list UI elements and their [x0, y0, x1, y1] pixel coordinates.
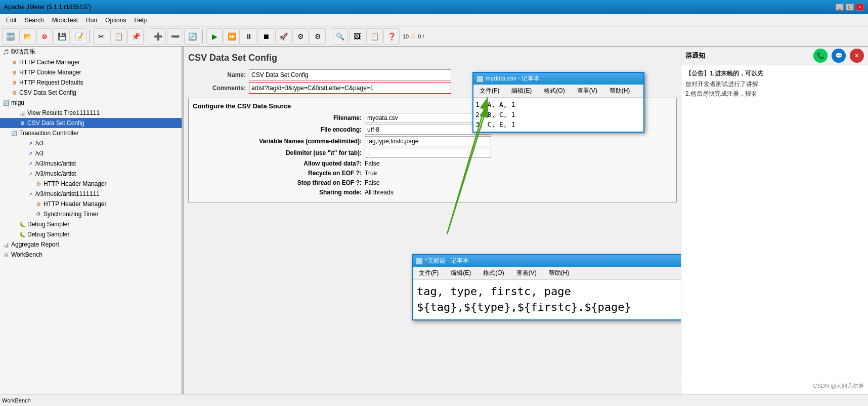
- arrow-icon: ↗: [26, 159, 34, 168]
- toolbar-rotate[interactable]: 🔄: [184, 28, 200, 45]
- encoding-label: File encoding:: [193, 126, 365, 133]
- tree-item-debug1[interactable]: 🐛 Debug Sampler: [0, 219, 182, 229]
- tree-item-header2[interactable]: ⚙ HTTP Header Manager: [0, 199, 182, 209]
- np2-file[interactable]: 文件(F): [415, 268, 443, 278]
- toolbar-remote-stop[interactable]: ⚙: [292, 28, 309, 45]
- tree-item-defaults[interactable]: ⚙ HTTP Request Defaults: [0, 77, 182, 88]
- tree-label: /v3/music/artist: [35, 160, 76, 167]
- tree-item-tc[interactable]: 🔄 Transaction Controller: [0, 128, 182, 138]
- tree-item-v3b[interactable]: ↗ /v3: [0, 148, 182, 158]
- tree-root[interactable]: 🎵 咪咕音乐: [0, 47, 182, 57]
- menu-search[interactable]: Search: [21, 16, 48, 25]
- tree-item-timer[interactable]: ⏱ Synchronizing Timer: [0, 209, 182, 219]
- toolbar-search[interactable]: 🔍: [332, 28, 348, 45]
- tree-label: migu: [11, 99, 24, 106]
- notepad2-line2: ${tag},${type},${firstc}.${page}: [417, 300, 681, 315]
- menu-run[interactable]: Run: [82, 16, 101, 25]
- chat-text2: 2.然后尽快完成注册，报名: [685, 90, 864, 98]
- name-input[interactable]: [249, 69, 451, 80]
- tree-label: HTTP Cache Manager: [19, 59, 80, 66]
- tree-item-cookie[interactable]: ⚙ HTTP Cookie Manager: [0, 67, 182, 77]
- np1-format[interactable]: 格式(O): [540, 86, 569, 96]
- tree-item-migu[interactable]: 🔃 migu: [0, 98, 182, 108]
- tree-label: CSV Data Set Config: [27, 119, 84, 127]
- np2-view[interactable]: 查看(V): [512, 268, 541, 278]
- menu-options[interactable]: Options: [101, 16, 130, 25]
- content-area: CSV Data Set Config Name: Comments: Conf…: [184, 47, 681, 394]
- minimize-button[interactable]: _: [836, 4, 844, 11]
- tree-item-debug2[interactable]: 🐛 Debug Sampler: [0, 229, 182, 239]
- toolbar-paste[interactable]: 📌: [127, 28, 144, 45]
- np2-help[interactable]: 帮助(H): [545, 268, 574, 278]
- agg-icon: 📊: [2, 240, 10, 249]
- toolbar-sep2: [146, 29, 148, 44]
- chat-icon-close[interactable]: ×: [850, 49, 864, 63]
- view-icon: 📊: [18, 109, 26, 117]
- chat-body: 【公告】1.进来晚的，可以先 放对开发者测试进行了讲解. 2.然后尽快完成注册，…: [681, 65, 868, 378]
- toolbar-pause[interactable]: ⏸: [241, 28, 257, 45]
- toolbar-help[interactable]: ❓: [383, 28, 400, 45]
- tree-item-v3a[interactable]: ↗ /v3: [0, 138, 182, 148]
- toolbar-remote-start[interactable]: 🚀: [275, 28, 291, 45]
- tree-item-artist2[interactable]: ↗ /v3/music/artist: [0, 169, 182, 179]
- toolbar-run[interactable]: ▶: [206, 28, 223, 45]
- filename-label: Filename:: [193, 114, 365, 121]
- toolbar-image[interactable]: 🖼: [349, 28, 365, 45]
- tree-item-csv-selected[interactable]: ⚙ CSV Data Set Config: [0, 118, 182, 128]
- notepad-mydata: mydata.csv - 记事本 文件(F) 编辑(E) 格式(O) 查看(V)…: [472, 72, 644, 133]
- window-controls: _ □ ×: [836, 4, 864, 11]
- tree-item-header1[interactable]: ⚙ HTTP Header Manager: [0, 179, 182, 189]
- toolbar-stop2[interactable]: ⏹: [258, 28, 274, 45]
- np1-edit[interactable]: 编辑(E): [507, 86, 536, 96]
- stopthread-row: Stop thread on EOF ?: False: [193, 179, 672, 187]
- timer-icon: ⏱: [34, 210, 42, 218]
- chat-icon-msg[interactable]: 💬: [832, 49, 846, 63]
- toolbar-open[interactable]: 📂: [19, 28, 35, 45]
- notepad-untitled-menu: 文件(F) 编辑(E) 格式(O) 查看(V) 帮助(H): [413, 267, 681, 280]
- toolbar-new[interactable]: 🆕: [2, 28, 18, 45]
- main-area: 🎵 咪咕音乐 ⚙ HTTP Cache Manager ⚙ HTTP Cooki…: [0, 47, 868, 394]
- tree-item-csv1[interactable]: ⚙ CSV Data Set Config: [0, 88, 182, 98]
- notepad-mydata-title[interactable]: mydata.csv - 记事本: [473, 73, 643, 85]
- menu-mooctest[interactable]: MoocTest: [48, 16, 82, 25]
- chat-bottom-text: CSDN @人间凡尔赛: [813, 383, 864, 389]
- menu-edit[interactable]: Edit: [2, 16, 21, 25]
- tree-item-cache[interactable]: ⚙ HTTP Cache Manager: [0, 57, 182, 67]
- arrow-icon: ↗: [26, 190, 34, 198]
- toolbar-remote-stop-all[interactable]: ⚙: [310, 28, 326, 45]
- np1-help[interactable]: 帮助(H): [605, 86, 634, 96]
- tree-item-agg[interactable]: 📊 Aggregate Report: [0, 239, 182, 250]
- sharing-value: All threads: [365, 188, 394, 196]
- toolbar-run-no-pause[interactable]: ⏩: [224, 28, 240, 45]
- gear-icon: ⚙: [10, 58, 18, 66]
- np1-file[interactable]: 文件(F): [475, 86, 503, 96]
- chat-panel: 群通知 📞 💬 × 【公告】1.进来晚的，可以先 放对开发者测试进行了讲解. 2…: [681, 47, 868, 394]
- tree-item-artist3[interactable]: ↗ /v3/music/artist1111111: [0, 189, 182, 199]
- announcement: 【公告】1.进来晚的，可以先: [685, 69, 864, 78]
- toolbar-stop[interactable]: ⊗: [36, 28, 53, 45]
- chat-footer: CSDN @人间凡尔赛: [681, 378, 868, 394]
- toolbar-saveas[interactable]: 📝: [71, 28, 87, 45]
- toolbar-cut[interactable]: ✂: [93, 28, 109, 45]
- notepad-untitled-title[interactable]: *无标题 - 记事本: [413, 255, 681, 267]
- toolbar-collapse[interactable]: ➖: [167, 28, 183, 45]
- tree-item-wb[interactable]: 🖥 WorkBench: [0, 250, 182, 260]
- toolbar-expand[interactable]: ➕: [150, 28, 166, 45]
- toolbar-list[interactable]: 📋: [366, 28, 382, 45]
- menu-help[interactable]: Help: [130, 16, 151, 25]
- toolbar-save[interactable]: 💾: [54, 28, 70, 45]
- maximize-button[interactable]: □: [846, 4, 854, 11]
- np2-edit[interactable]: 编辑(E): [447, 268, 475, 278]
- np2-format[interactable]: 格式(O): [479, 268, 508, 278]
- close-button[interactable]: ×: [856, 4, 864, 11]
- delimiter-input[interactable]: [365, 148, 491, 158]
- status-bar: WorkBench: [0, 394, 868, 406]
- tree-item-artist1[interactable]: ↗ /v3/music/artist: [0, 158, 182, 169]
- chat-icon-phone[interactable]: 📞: [813, 49, 828, 63]
- toolbar-copy[interactable]: 📋: [110, 28, 126, 45]
- comments-input[interactable]: [249, 83, 451, 94]
- varnames-input[interactable]: [365, 136, 491, 146]
- np1-view[interactable]: 查看(V): [573, 86, 601, 96]
- tree-item-viewresults[interactable]: 📊 View Results Tree1111111: [0, 108, 182, 118]
- notepad-untitled-content: tag, type, firstc, page ${tag},${type},$…: [413, 280, 681, 319]
